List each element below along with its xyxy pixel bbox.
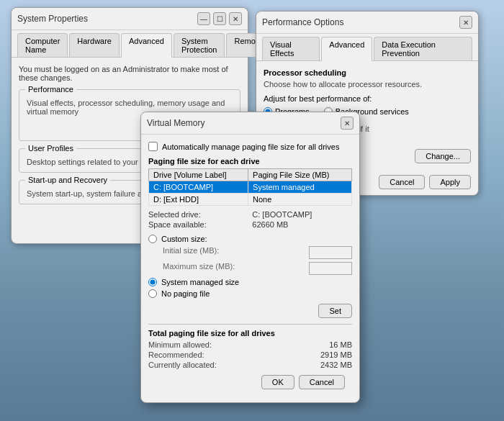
table-header-drive: Drive [Volume Label] [149,169,248,181]
no-paging-radio[interactable] [148,289,157,298]
selected-drive-value: C: [BOOTCAMP] [252,210,352,219]
table-row[interactable]: D: [Ext HDD] None [149,194,352,206]
system-managed-option: System managed size [148,278,352,286]
tab-advanced[interactable]: Advanced [121,33,172,58]
admin-note: You must be logged on as an Administrato… [19,65,240,82]
vm-content: Automatically manage paging file size fo… [141,135,359,402]
system-properties-tab-bar: Computer Name Hardware Advanced System P… [12,30,248,58]
table-row[interactable]: C: [BOOTCAMP] System managed [149,181,352,194]
custom-size-label: Custom size: [161,235,207,243]
maximum-size-input[interactable] [309,262,352,275]
change-button[interactable]: Change... [415,149,471,163]
system-managed-label: System managed size [161,278,239,286]
drive-d-label: D: [Ext HDD] [149,194,248,206]
auto-manage-label: Automatically manage paging file size fo… [162,142,339,151]
maximize-button[interactable]: ☐ [213,12,226,25]
no-paging-option: No paging file [148,289,352,298]
currently-allocated-row: Currently allocated: 2432 MB [148,361,352,369]
drive-table: Drive [Volume Label] Paging File Size (M… [148,168,352,206]
recommended-label: Recommended: [148,350,204,359]
performance-group-label: Performance [25,85,76,94]
divider [148,324,352,325]
close-button[interactable]: ✕ [229,12,242,25]
paging-section-title: Paging file size for each drive [148,157,352,166]
size-options: Custom size: Initial size (MB): Maximum … [148,235,352,298]
no-paging-label: No paging file [161,289,210,298]
drive-c-size: System managed [248,181,352,194]
recommended-value: 2919 MB [320,350,352,359]
system-managed-radio[interactable] [148,278,157,286]
initial-size-label: Initial size (MB): [163,246,306,259]
initial-size-input[interactable] [309,246,352,259]
vm-ok-cancel-row: OK Cancel [148,371,352,395]
vm-close-button[interactable]: ✕ [341,117,354,130]
adjust-label: Adjust for best performance of: [264,94,471,103]
processor-scheduling-desc: Choose how to allocate processor resourc… [264,80,471,89]
custom-size-radio[interactable] [148,235,157,243]
tab-dep[interactable]: Data Execution Prevention [374,37,472,60]
table-header-size: Paging File Size (MB) [248,169,352,181]
system-properties-title-bar: System Properties — ☐ ✕ [12,8,248,30]
space-available-label: Space available: [148,220,246,229]
totals-title: Total paging file size for all drives [148,329,352,338]
tab-computer-name[interactable]: Computer Name [17,33,68,57]
virtual-memory-dialog: Virtual Memory ✕ Automatically manage pa… [140,112,360,403]
user-profiles-group-label: User Profiles [25,144,76,153]
perf-tab-bar: Visual Effects Advanced Data Execution P… [256,34,478,61]
minimum-allowed-label: Minimum allowed: [148,340,212,349]
vm-ok-button[interactable]: OK [261,375,294,389]
perf-title: Performance Options [262,17,343,27]
vm-title-bar: Virtual Memory ✕ [141,112,359,135]
currently-allocated-value: 2432 MB [320,361,352,369]
vm-title-text: Virtual Memory [147,118,204,128]
minimum-allowed-row: Minimum allowed: 16 MB [148,340,352,349]
processor-scheduling-title: Processor scheduling [264,68,471,77]
drive-d-size: None [248,194,352,206]
recommended-row: Recommended: 2919 MB [148,350,352,359]
startup-group-label: Start-up and Recovery [25,176,110,184]
set-button[interactable]: Set [318,304,352,318]
title-bar-controls: — ☐ ✕ [197,12,242,25]
tab-hardware[interactable]: Hardware [69,33,120,57]
tab-advanced-perf[interactable]: Advanced [321,37,372,61]
vm-cancel-button[interactable]: Cancel [299,375,345,389]
space-available-value: 62660 MB [252,220,352,229]
maximum-size-label: Maximum size (MB): [163,262,306,275]
currently-allocated-label: Currently allocated: [148,361,217,369]
perf-title-controls: ✕ [459,16,472,29]
custom-size-option: Custom size: [148,235,352,243]
minimum-allowed-value: 16 MB [329,340,352,349]
perf-cancel-button[interactable]: Cancel [379,175,425,189]
perf-title-bar: Performance Options ✕ [256,12,478,34]
perf-close-button[interactable]: ✕ [459,16,472,29]
minimize-button[interactable]: — [197,12,210,25]
auto-manage-checkbox[interactable] [148,142,158,151]
drive-info-grid: Selected drive: C: [BOOTCAMP] Space avai… [148,210,352,229]
tab-visual-effects[interactable]: Visual Effects [262,37,320,60]
totals-section: Total paging file size for all drives Mi… [148,329,352,369]
drive-c-label: C: [BOOTCAMP] [149,181,248,194]
size-fields: Initial size (MB): Maximum size (MB): [163,246,352,275]
selected-drive-label: Selected drive: [148,210,246,219]
set-btn-row: Set [148,304,352,318]
perf-apply-button[interactable]: Apply [429,175,471,189]
system-properties-title: System Properties [17,14,88,24]
tab-system-protection[interactable]: System Protection [174,33,225,57]
auto-manage-row: Automatically manage paging file size fo… [148,142,352,151]
